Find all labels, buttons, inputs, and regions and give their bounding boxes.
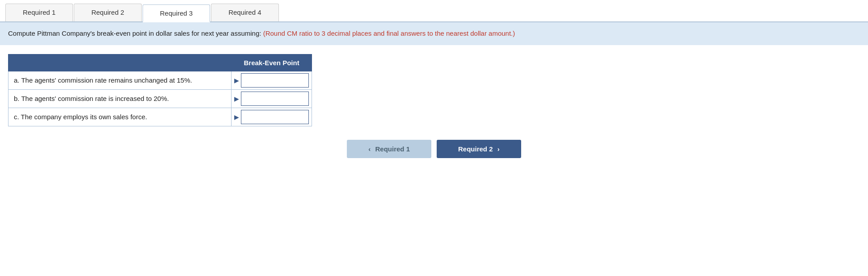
arrow-icon-c: ▶ [234, 113, 239, 121]
main-content: Break-Even Point a. The agents' commissi… [0, 45, 868, 171]
row-c-label: c. The company employs its own sales for… [8, 108, 232, 126]
table-row: a. The agents' commission rate remains u… [8, 71, 312, 89]
page-wrapper: Required 1 Required 2 Required 3 Require… [0, 0, 868, 276]
instruction-main-text: Compute Pittman Company's break-even poi… [8, 29, 261, 37]
prev-icon: ‹ [368, 145, 371, 153]
tab-required-3[interactable]: Required 3 [143, 4, 210, 22]
instruction-note-text: (Round CM ratio to 3 decimal places and … [263, 29, 515, 37]
prev-button[interactable]: ‹ Required 1 [347, 140, 431, 158]
prev-label: Required 1 [375, 145, 410, 153]
row-a-input-cell: ▶ [232, 71, 312, 89]
nav-buttons: ‹ Required 1 Required 2 › [8, 140, 860, 158]
data-table: Break-Even Point a. The agents' commissi… [8, 54, 312, 126]
table-header-empty [8, 54, 232, 71]
row-a-input[interactable] [241, 73, 309, 88]
row-c-input-cell: ▶ [232, 108, 312, 126]
row-a-label: a. The agents' commission rate remains u… [8, 71, 232, 89]
row-b-label: b. The agents' commission rate is increa… [8, 89, 232, 108]
row-c-input[interactable] [241, 110, 309, 124]
row-b-input-cell: ▶ [232, 89, 312, 108]
tab-required-2[interactable]: Required 2 [74, 4, 141, 21]
row-b-input[interactable] [241, 92, 309, 106]
next-button[interactable]: Required 2 › [437, 140, 521, 158]
table-header-break-even: Break-Even Point [232, 54, 312, 71]
next-label: Required 2 [458, 145, 493, 153]
table-row: c. The company employs its own sales for… [8, 108, 312, 126]
instruction-box: Compute Pittman Company's break-even poi… [0, 22, 868, 45]
arrow-icon-b: ▶ [234, 95, 239, 102]
next-icon: › [497, 145, 500, 153]
tab-required-4[interactable]: Required 4 [211, 4, 278, 21]
tabs-container: Required 1 Required 2 Required 3 Require… [0, 0, 868, 22]
tab-required-1[interactable]: Required 1 [5, 4, 73, 21]
arrow-icon-a: ▶ [234, 77, 239, 84]
table-row: b. The agents' commission rate is increa… [8, 89, 312, 108]
